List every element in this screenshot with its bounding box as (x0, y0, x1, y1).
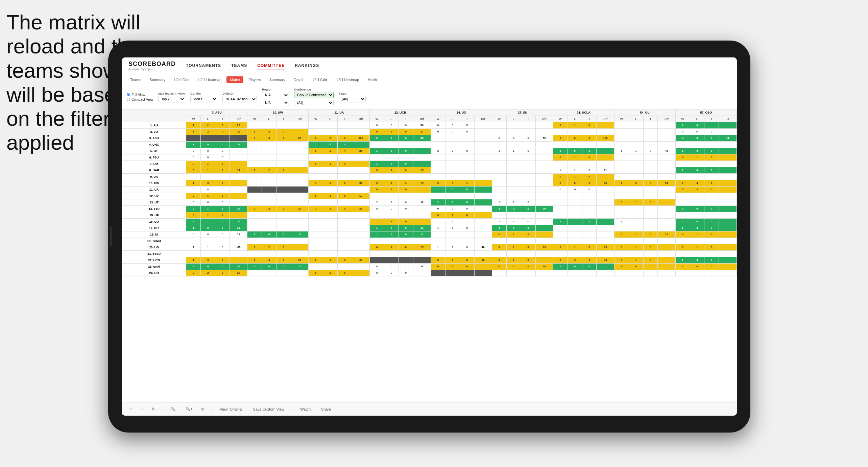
undo-button[interactable]: ↩ (127, 406, 135, 412)
refresh-button[interactable]: ↻ (149, 406, 158, 412)
matrix-cell: 2 (553, 180, 568, 187)
region-select[interactable]: N/A (262, 92, 289, 98)
zoom-out-button[interactable]: 🔍− (168, 406, 180, 412)
matrix-cell (276, 142, 291, 148)
sub-nav-h2h-grid[interactable]: H2H Grid (170, 76, 193, 83)
matrix-cell (629, 161, 643, 167)
matrix-cell (643, 122, 658, 129)
nav-committee[interactable]: COMMITTEE (257, 62, 285, 70)
matrix-cell: 1 (201, 219, 215, 225)
full-view-radio[interactable] (127, 93, 130, 96)
compact-view-option[interactable]: Compact View (127, 98, 153, 101)
matrix-cell (352, 264, 369, 270)
sub-nav-h2h-heatmap2[interactable]: H2H Heatmap (332, 76, 363, 83)
matrix-cell: 0 (643, 180, 658, 187)
matrix-cell: 0 (370, 122, 384, 129)
matrix-cell (535, 142, 553, 148)
matrix-cell: 0 (582, 244, 597, 251)
matrix-cell: 0 (492, 244, 507, 251)
matrix-cell (506, 187, 521, 193)
matrix-cell: 0 (431, 257, 445, 264)
division-label: Division (222, 92, 257, 95)
matrix-cell (291, 238, 308, 244)
save-custom-button[interactable]: Save Custom View (250, 406, 287, 412)
matrix-container[interactable]: 3. ASU 10. UW 11. UA 22. UCB 24. UO 27. … (122, 109, 737, 405)
matrix-cell (337, 212, 352, 219)
matrix-cell (535, 238, 553, 244)
team-select[interactable]: (All) (339, 96, 366, 102)
conference-select[interactable]: Pac-12 Conference (294, 92, 334, 98)
matrix-cell: 0 (276, 264, 291, 270)
matrix-cell: 2 (553, 219, 568, 225)
matrix-cell: 0 (704, 244, 719, 251)
matrix-cell (399, 212, 413, 219)
share-button[interactable]: Share (318, 406, 334, 412)
matrix-cell: 2 (186, 206, 201, 212)
matrix-cell: 0 (521, 199, 535, 206)
matrix-cell: 40 (474, 244, 492, 251)
matrix-cell: 0 (215, 148, 230, 154)
sub-nav-summary2[interactable]: Summary (266, 76, 289, 83)
matrix-cell: 0 (186, 270, 201, 276)
sub-nav-teams[interactable]: Teams (127, 76, 144, 83)
matrix-cell (352, 161, 369, 167)
nav-tournaments[interactable]: TOURNAMENTS (186, 62, 221, 70)
matrix-cell (658, 206, 675, 212)
sub-nav-matrix2[interactable]: Matrix (364, 76, 381, 83)
sub-nav-detail[interactable]: Detail (290, 76, 307, 83)
matrix-cell: 11 (597, 167, 614, 174)
compact-view-radio[interactable] (127, 98, 130, 101)
sub-nav-h2h-heatmap[interactable]: H2H Heatmap (194, 76, 225, 83)
full-view-option[interactable]: Full View (127, 93, 153, 97)
gender-select[interactable]: Men's (190, 96, 217, 102)
sub-nav-players[interactable]: Players (245, 76, 264, 83)
toolbar-divider-2 (212, 406, 212, 413)
zoom-in-button[interactable]: 🔍+ (183, 406, 195, 412)
row-label: 6. FSU (122, 154, 186, 161)
matrix-cell (370, 212, 384, 219)
matrix-cell: 0 (201, 154, 215, 161)
region-select-2[interactable]: N/A (262, 100, 289, 106)
nav-teams[interactable]: TEAMS (231, 62, 247, 70)
matrix-cell (629, 174, 643, 180)
view-original-button[interactable]: View: Original (217, 406, 245, 412)
max-teams-select[interactable]: Top 25 (158, 96, 185, 102)
matrix-cell (614, 270, 629, 276)
sub-nav-summary[interactable]: Summary (146, 76, 169, 83)
fit-button[interactable]: ⊞ (198, 406, 207, 412)
matrix-cell: 50 (413, 122, 431, 129)
table-row: 13. UT00022012200220010 (122, 199, 737, 206)
matrix-cell (247, 154, 262, 161)
sub-nav-matrix[interactable]: Matrix (226, 76, 243, 83)
matrix-cell: 0 (643, 199, 658, 206)
row-label: 12. UV (122, 193, 186, 199)
matrix-cell: 0 (521, 225, 535, 231)
logo-sub: Powered by clippd (128, 68, 176, 71)
matrix-cell (474, 251, 492, 257)
matrix-cell (337, 251, 352, 257)
row-label: 2. VU (122, 129, 186, 135)
matrix-cell (658, 122, 675, 129)
matrix-cell (629, 154, 643, 161)
sub-nav-h2h-grid2[interactable]: H2H Grid (308, 76, 331, 83)
matrix-cell (658, 199, 675, 206)
matrix-cell (582, 129, 597, 135)
matrix-cell (370, 251, 384, 257)
nav-rankings[interactable]: RANKINGS (295, 62, 319, 70)
conference-select-2[interactable]: (All) (294, 100, 334, 106)
row-label: 1. AU (122, 122, 186, 129)
division-select[interactable]: NCAA Division I (222, 96, 257, 102)
matrix-cell (658, 129, 675, 135)
watch-button[interactable]: Watch (297, 406, 313, 412)
matrix-cell (597, 148, 614, 154)
matrix-cell (597, 225, 614, 231)
redo-button[interactable]: ↪ (138, 406, 146, 412)
matrix-cell (413, 193, 431, 199)
matrix-cell: 0 (445, 122, 460, 129)
matrix-cell (474, 212, 492, 219)
matrix-cell: 0 (201, 264, 215, 270)
matrix-cell: 0 (690, 225, 704, 231)
matrix-cell (337, 244, 352, 251)
matrix-cell (506, 193, 521, 199)
nav-items: TOURNAMENTS TEAMS COMMITTEE RANKINGS (186, 62, 319, 70)
